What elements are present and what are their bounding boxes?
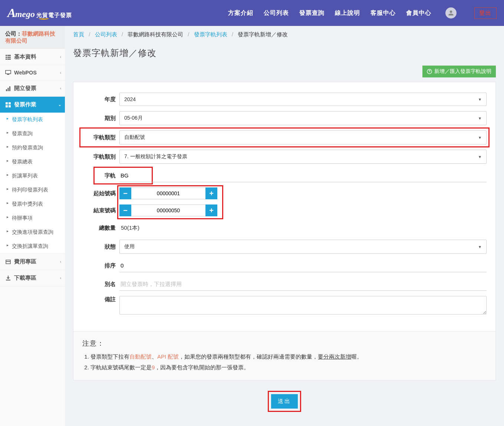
submenu-invoice-query[interactable]: 發票查詢 xyxy=(0,127,65,141)
caret-down-icon: ▼ xyxy=(478,116,482,120)
top-header: Amego 光貿電子發票 方案介紹 公司列表 發票查詢 線上說明 客服中心 會員… xyxy=(0,0,504,26)
submenu-winning-list[interactable]: 發票中獎列表 xyxy=(0,197,65,211)
end-num-label: 結束號碼 xyxy=(82,207,119,214)
svg-rect-8 xyxy=(6,89,7,91)
track-input[interactable] xyxy=(119,169,487,182)
chevron-left-icon: ‹ xyxy=(60,86,61,90)
submenu-reserve-query[interactable]: 預約發票查詢 xyxy=(0,141,65,155)
nav-plans[interactable]: 方案介紹 xyxy=(228,9,253,17)
submenu-todo[interactable]: 待辦事項 xyxy=(0,211,65,225)
nav-member[interactable]: 會員中心 xyxy=(406,9,431,17)
avatar-icon[interactable] xyxy=(445,7,457,19)
breadcrumb-track-list[interactable]: 發票字軌列表 xyxy=(194,31,227,37)
sidebar-company: 公司：菲數網路科技有限公司 xyxy=(0,26,65,49)
top-nav: 方案介紹 公司列表 發票查詢 線上說明 客服中心 會員中心 登出 xyxy=(228,7,497,19)
chevron-left-icon: ‹ xyxy=(60,71,61,75)
sort-label: 排序 xyxy=(82,262,119,269)
sidebar-item-invoice-ops[interactable]: 發票作業 ⌄ xyxy=(0,97,65,113)
start-num-input[interactable] xyxy=(131,187,205,199)
svg-rect-0 xyxy=(6,55,7,56)
logout-button[interactable]: 登出 xyxy=(474,7,497,19)
submenu-invoice-summary[interactable]: 發票總表 xyxy=(0,155,65,169)
track-cat-label: 字軌類別 xyxy=(82,153,119,160)
sidebar-item-basic[interactable]: 基本資料 ‹ xyxy=(0,49,65,65)
track-type-select[interactable]: 自動配號 ▼ xyxy=(119,130,487,144)
svg-rect-1 xyxy=(7,55,11,56)
svg-rect-10 xyxy=(9,86,10,91)
svg-rect-16 xyxy=(6,261,10,262)
submenu-allowance-list[interactable]: 折讓單列表 xyxy=(0,169,65,183)
sidebar-item-label: 基本資料 xyxy=(14,53,36,60)
svg-rect-4 xyxy=(6,59,7,60)
breadcrumb-company-name: 菲數網路科技有限公司 xyxy=(128,31,183,37)
sidebar: 公司：菲數網路科技有限公司 基本資料 ‹ WebPOS ‹ 開立發票 ‹ 發票作… xyxy=(0,26,65,426)
submenu-pending-print[interactable]: 待列印發票列表 xyxy=(0,183,65,197)
submenu-exchange-in[interactable]: 交換進項發票查詢 xyxy=(0,225,65,239)
page-title: 發票字軌新增／修改 xyxy=(73,47,496,59)
end-num-input[interactable] xyxy=(131,204,205,216)
svg-rect-14 xyxy=(9,105,11,107)
nav-companies[interactable]: 公司列表 xyxy=(264,9,289,17)
note-label: 備註 xyxy=(82,296,119,303)
svg-rect-12 xyxy=(9,102,11,104)
svg-rect-6 xyxy=(6,70,11,74)
sidebar-item-label: 下載專區 xyxy=(14,274,36,282)
chevron-left-icon: ‹ xyxy=(60,55,61,59)
nav-online-help[interactable]: 線上說明 xyxy=(335,9,360,17)
form-panel: 年度 2024 ▼ 期別 05-06月 ▼ xyxy=(73,82,496,332)
sidebar-item-webpos[interactable]: WebPOS ‹ xyxy=(0,65,65,80)
year-select[interactable]: 2024 ▼ xyxy=(119,93,487,106)
svg-rect-9 xyxy=(8,88,9,91)
nav-invoice-query[interactable]: 發票查詢 xyxy=(299,9,325,17)
status-label: 狀態 xyxy=(82,243,119,250)
caret-down-icon: ▼ xyxy=(478,136,482,140)
svg-rect-5 xyxy=(7,59,11,60)
nav-support[interactable]: 客服中心 xyxy=(370,9,396,17)
chevron-down-icon: ⌄ xyxy=(58,103,61,107)
track-label: 字軌 xyxy=(82,172,119,179)
caret-down-icon: ▼ xyxy=(478,97,482,101)
caret-down-icon: ▼ xyxy=(478,245,482,249)
status-select[interactable]: 使用 ▼ xyxy=(119,240,487,254)
start-num-label: 起始號碼 xyxy=(82,190,119,197)
notice-title: 注意： xyxy=(82,339,487,348)
track-type-label: 字軌類型 xyxy=(82,134,119,141)
notice-item-1: 發票類型下拉有自動配號、API 配號，如果您的發票兩種類型都有，確認好兩邊需要的… xyxy=(90,352,487,362)
svg-rect-2 xyxy=(6,57,7,58)
end-minus-button[interactable]: − xyxy=(119,204,131,216)
note-textarea[interactable] xyxy=(119,296,487,314)
chevron-left-icon: ‹ xyxy=(60,260,61,264)
notice-panel: 注意： 發票類型下拉有自動配號、API 配號，如果您的發票兩種類型都有，確認好兩… xyxy=(73,332,496,380)
svg-rect-7 xyxy=(7,74,9,75)
sidebar-item-label: 費用專區 xyxy=(14,258,36,265)
breadcrumb-current: 發票字軌新增／修改 xyxy=(238,31,288,37)
breadcrumb-home[interactable]: 首頁 xyxy=(73,31,84,37)
breadcrumb-companies[interactable]: 公司列表 xyxy=(95,31,117,37)
main-content: 首頁 / 公司列表 / 菲數網路科技有限公司 / 發票字軌列表 / 發票字軌新增… xyxy=(65,26,504,426)
total-label: 總數量 xyxy=(82,224,119,232)
chevron-left-icon: ‹ xyxy=(60,276,61,280)
period-select[interactable]: 05-06月 ▼ xyxy=(119,111,487,125)
alias-input[interactable] xyxy=(119,277,487,291)
submenu-track-list[interactable]: 發票字軌列表 xyxy=(0,113,65,127)
track-cat-select[interactable]: 7. 一般稅額計算之電子發票 ▼ xyxy=(119,150,487,164)
end-plus-button[interactable]: + xyxy=(205,204,217,216)
svg-rect-3 xyxy=(7,57,11,58)
sidebar-item-label: 開立發票 xyxy=(14,85,36,92)
submit-button[interactable]: 送出 xyxy=(271,394,298,409)
start-plus-button[interactable]: + xyxy=(205,187,217,199)
sidebar-item-downloads[interactable]: 下載專區 ‹ xyxy=(0,270,65,286)
breadcrumb: 首頁 / 公司列表 / 菲數網路科技有限公司 / 發票字軌列表 / 發票字軌新增… xyxy=(65,26,504,43)
sidebar-item-label: WebPOS xyxy=(14,70,37,76)
question-circle-icon xyxy=(427,69,432,74)
sort-input[interactable] xyxy=(119,259,487,272)
total-value: 50(1本) xyxy=(119,222,487,234)
sidebar-item-issue[interactable]: 開立發票 ‹ xyxy=(0,80,65,96)
period-label: 期別 xyxy=(82,115,119,122)
submenu-exchange-allowance[interactable]: 交換折讓單查詢 xyxy=(0,239,65,253)
help-button[interactable]: 新增／匯入發票字軌說明 xyxy=(422,66,496,77)
year-label: 年度 xyxy=(82,96,119,103)
alias-label: 別名 xyxy=(82,281,119,288)
sidebar-item-fees[interactable]: 費用專區 ‹ xyxy=(0,254,65,270)
start-minus-button[interactable]: − xyxy=(119,187,131,199)
